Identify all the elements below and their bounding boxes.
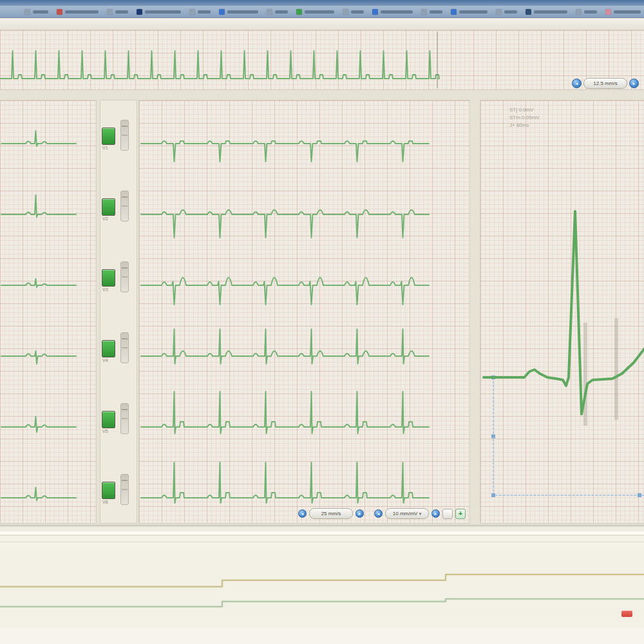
bookmark-favicon-icon [451, 9, 457, 15]
lead-toggle-button-v3[interactable] [102, 269, 115, 287]
lead-toggle-button-v4[interactable] [102, 340, 115, 357]
bookmark-item[interactable] [267, 9, 288, 15]
bookmark-favicon-icon [372, 9, 378, 15]
bookmark-item[interactable] [219, 9, 258, 15]
bookmark-item[interactable] [107, 9, 128, 15]
bookmark-label [305, 10, 334, 14]
bookmark-item[interactable] [372, 9, 413, 15]
gain-decrease-button[interactable]: ◄ [374, 509, 383, 518]
st-measurements-text: STj 0.0mV STm 0.05mV J+ 60ms [509, 106, 540, 129]
lead-strips-panel: ◄ 25 mm/s ► ◄ 10 mm/mV ▾ ► + [138, 100, 470, 524]
zoom-in-button[interactable]: + [455, 509, 466, 519]
ecg-application-window: ◄ 12.5 mm/s ► V1V2V3V4V5V6 ◄ 25 mm/s ► ◄… [0, 0, 644, 644]
lead-strips-traces [139, 100, 471, 524]
lead-toggle-button-v5[interactable] [102, 411, 115, 428]
bookmark-favicon-icon [267, 9, 272, 15]
lead-row-v1: V1 [100, 128, 138, 166]
bookmark-label [381, 10, 413, 14]
lead-toggle-button-v6[interactable] [102, 482, 115, 499]
measurement-line: STm 0.05mV [509, 114, 540, 122]
gain-increase-button[interactable]: ► [431, 509, 440, 518]
bookmark-label [614, 10, 641, 14]
rhythm-scale-value[interactable]: 12.5 mm/s [583, 78, 627, 89]
browser-bookmarks-bar [0, 6, 644, 18]
trend-panel-header-stripes [0, 526, 644, 549]
gain-value[interactable]: 10 mm/mV ▾ [385, 508, 429, 519]
speed-increase-button[interactable]: ► [355, 509, 364, 518]
bookmark-label [504, 10, 517, 14]
bookmark-item[interactable] [496, 9, 517, 15]
bookmark-label [534, 10, 567, 14]
rhythm-overview-panel: ◄ 12.5 mm/s ► [0, 30, 644, 90]
bookmark-label [430, 10, 442, 14]
lead-label: V2 [102, 216, 108, 221]
bookmark-favicon-icon [57, 9, 62, 15]
lead-selector-column: V1V2V3V4V5V6 [100, 100, 137, 524]
bookmark-label [584, 10, 597, 14]
lead-row-v5: V5 [100, 411, 138, 450]
bookmark-item[interactable] [24, 9, 48, 15]
rhythm-scale-decrease-button[interactable]: ◄ [572, 79, 582, 88]
lead-scale-slider[interactable] [120, 403, 129, 434]
lead-scale-slider[interactable] [120, 332, 129, 363]
lead-label: V4 [102, 358, 108, 363]
rhythm-cursor-line[interactable] [437, 32, 438, 88]
rhythm-ecg-trace [0, 30, 644, 91]
average-beat-panel: STj 0.0mV STm 0.05mV J+ 60ms [480, 100, 644, 524]
bookmark-favicon-icon [526, 9, 531, 15]
lead-toggle-button-v1[interactable] [102, 128, 115, 145]
bookmark-label [351, 10, 364, 14]
reset-view-button[interactable] [442, 509, 453, 519]
bookmark-label [145, 10, 181, 14]
average-beat-trace [480, 100, 644, 524]
rhythm-scale-increase-button[interactable]: ► [629, 79, 639, 88]
bookmark-favicon-icon [219, 9, 225, 15]
bookmark-item[interactable] [137, 9, 181, 15]
lead-row-v3: V3 [100, 269, 138, 308]
lead-label: V6 [102, 500, 108, 504]
median-beats-panel [0, 100, 97, 524]
bookmark-label [198, 10, 211, 14]
bookmark-label [33, 10, 48, 14]
bookmark-favicon-icon [496, 9, 502, 15]
lead-scale-slider[interactable] [120, 120, 129, 151]
bookmark-favicon-icon [296, 9, 302, 15]
lead-scale-slider[interactable] [120, 474, 129, 505]
bookmark-item[interactable] [576, 9, 597, 15]
lead-toggle-button-v2[interactable] [102, 198, 115, 216]
bookmark-item[interactable] [189, 9, 211, 15]
speed-value[interactable]: 25 mm/s [309, 508, 353, 519]
bookmark-item[interactable] [451, 9, 488, 15]
bookmark-label [275, 10, 288, 14]
browser-toolbar-strip [0, 19, 644, 30]
trend-upper [0, 574, 644, 587]
gain-value-label: 10 mm/mV [393, 511, 418, 516]
lead-row-v6: V6 [100, 482, 138, 520]
trend-lower [0, 599, 644, 607]
bookmark-label [227, 10, 258, 14]
strip-controls-toolbar: ◄ 25 mm/s ► ◄ 10 mm/mV ▾ ► + [298, 508, 466, 519]
measurement-line: STj 0.0mV [509, 106, 540, 114]
bookmark-item[interactable] [421, 9, 442, 15]
bookmark-favicon-icon [137, 9, 142, 15]
measurement-line: J+ 60ms [509, 122, 540, 129]
bookmark-item[interactable] [526, 9, 567, 15]
dropdown-arrow-icon: ▾ [419, 511, 422, 516]
bookmark-favicon-icon [605, 9, 611, 15]
window-titlebar [0, 0, 644, 6]
bookmark-favicon-icon [576, 9, 582, 15]
lead-row-v2: V2 [100, 198, 138, 237]
bookmark-item[interactable] [57, 9, 99, 15]
bookmark-item[interactable] [605, 9, 641, 15]
lead-scale-slider[interactable] [120, 261, 129, 292]
bookmark-item[interactable] [296, 9, 334, 15]
bookmark-item[interactable] [343, 9, 364, 15]
bookmark-favicon-icon [343, 9, 348, 15]
trend-alert-badge [621, 611, 632, 617]
bookmark-favicon-icon [189, 9, 195, 15]
rhythm-scale-stepper: ◄ 12.5 mm/s ► [572, 78, 639, 89]
bookmark-label [459, 10, 488, 14]
lead-scale-slider[interactable] [120, 191, 129, 222]
speed-decrease-button[interactable]: ◄ [298, 509, 307, 518]
lead-row-v4: V4 [100, 340, 138, 379]
